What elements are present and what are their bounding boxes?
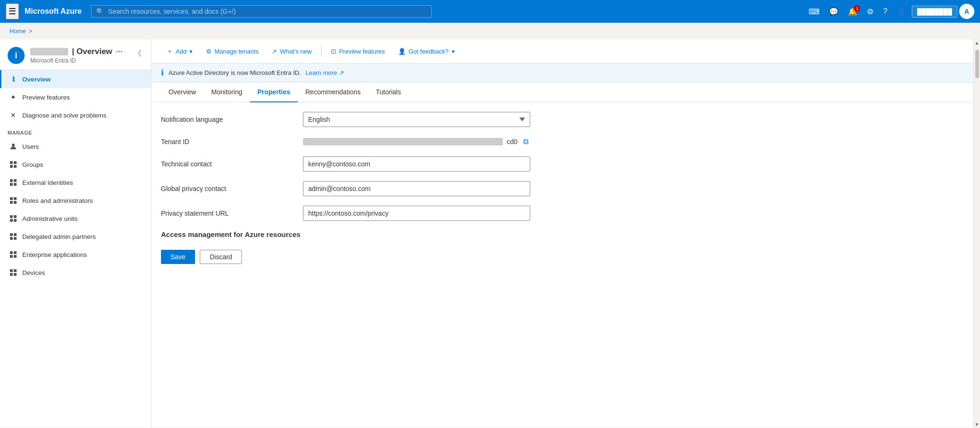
search-bar[interactable]: 🔍 xyxy=(91,5,432,18)
manage-tenants-icon: ⚙ xyxy=(206,48,212,55)
add-button[interactable]: ＋ Add ▾ xyxy=(161,44,198,58)
feedback-button[interactable]: 💬 xyxy=(825,4,842,19)
tab-properties[interactable]: Properties xyxy=(250,82,298,102)
sidebar-item-enterprise-apps[interactable]: Enterprise applications xyxy=(0,246,151,264)
search-icon: 🔍 xyxy=(96,8,104,15)
sidebar-item-roles-administrators[interactable]: Roles and administrators xyxy=(0,191,151,209)
devices-icon xyxy=(9,268,18,277)
directory-button[interactable]: 👤 xyxy=(893,4,910,19)
notification-language-select[interactable]: English xyxy=(303,112,530,127)
main-layout: i | Overview ··· Microsoft Entra ID 《 ℹ … xyxy=(0,39,980,428)
diagnose-icon: ✕ xyxy=(9,111,18,119)
resource-name-blurred xyxy=(30,48,68,55)
hamburger-menu-button[interactable]: ☰ xyxy=(6,3,19,19)
right-scrollbar[interactable]: ▲ ▼ xyxy=(973,39,980,428)
copy-tenant-id-button[interactable]: ⧉ xyxy=(521,137,530,147)
svg-rect-16 xyxy=(14,219,17,222)
sidebar-item-groups[interactable]: Groups xyxy=(0,155,151,173)
sidebar-item-delegated-admin[interactable]: Delegated admin partners xyxy=(0,228,151,246)
svg-point-0 xyxy=(12,144,15,146)
tenant-id-blurred xyxy=(303,138,503,146)
sidebar-collapse-button[interactable]: 《 xyxy=(132,47,143,61)
svg-rect-26 xyxy=(14,269,17,272)
discard-button[interactable]: Discard xyxy=(200,250,242,264)
svg-rect-14 xyxy=(14,215,17,218)
privacy-statement-url-control xyxy=(303,206,530,221)
scroll-thumb[interactable] xyxy=(975,50,979,78)
sidebar-item-diagnose[interactable]: ✕ Diagnose and solve problems xyxy=(0,106,151,124)
external-identities-icon xyxy=(9,178,18,187)
save-button[interactable]: Save xyxy=(161,250,195,264)
svg-rect-23 xyxy=(10,255,13,258)
svg-rect-24 xyxy=(14,255,17,258)
resource-name: | Overview ··· xyxy=(30,47,126,56)
avatar[interactable]: A xyxy=(959,4,974,19)
sidebar-item-preview-features[interactable]: ✦ Preview features xyxy=(0,88,151,106)
sidebar: i | Overview ··· Microsoft Entra ID 《 ℹ … xyxy=(0,39,151,428)
feedback-chevron-icon: ▾ xyxy=(452,48,455,55)
global-privacy-contact-row: Global privacy contact xyxy=(161,181,964,196)
tabs: Overview Monitoring Properties Recommend… xyxy=(151,82,973,102)
top-navigation: ☰ Microsoft Azure 🔍 ⌨ 💬 🔔 1 ⚙ ? 👤 ██████… xyxy=(0,0,980,23)
sidebar-header: i | Overview ··· Microsoft Entra ID 《 xyxy=(0,39,151,70)
notification-badge: 1 xyxy=(854,5,860,12)
sidebar-nav: ℹ Overview ✦ Preview features ✕ Diagnose… xyxy=(0,70,151,428)
breadcrumb-home[interactable]: Home xyxy=(9,27,26,35)
scroll-down-arrow[interactable]: ▼ xyxy=(974,421,980,428)
global-privacy-contact-control xyxy=(303,181,530,196)
content-area: ＋ Add ▾ ⚙ Manage tenants ↗ What's new ⊡ … xyxy=(151,39,973,428)
breadcrumb: Home > xyxy=(0,23,980,39)
sidebar-item-overview-label: Overview xyxy=(22,76,51,83)
resource-menu-ellipsis[interactable]: ··· xyxy=(116,47,123,56)
toolbar: ＋ Add ▾ ⚙ Manage tenants ↗ What's new ⊡ … xyxy=(151,39,973,64)
help-button[interactable]: ? xyxy=(879,4,891,18)
sidebar-item-external-identities[interactable]: External Identities xyxy=(0,173,151,191)
sidebar-item-enterprise-apps-label: Enterprise applications xyxy=(22,251,87,258)
resource-title-area: | Overview ··· Microsoft Entra ID xyxy=(30,47,126,64)
resource-info-icon: i xyxy=(8,47,25,64)
sidebar-item-diagnose-label: Diagnose and solve problems xyxy=(22,112,107,119)
got-feedback-button[interactable]: 👤 Got feedback? ▾ xyxy=(392,45,461,58)
learn-more-link[interactable]: Learn more ↗ xyxy=(306,69,344,76)
manage-tenants-button[interactable]: ⚙ Manage tenants xyxy=(200,45,264,58)
users-icon xyxy=(9,142,18,151)
technical-contact-input[interactable] xyxy=(303,156,530,172)
search-input[interactable] xyxy=(108,8,427,15)
tab-monitoring[interactable]: Monitoring xyxy=(204,82,249,102)
svg-rect-7 xyxy=(10,183,13,186)
svg-rect-8 xyxy=(14,183,17,186)
resource-name-suffix: | Overview xyxy=(72,47,112,56)
sidebar-item-devices[interactable]: Devices xyxy=(0,264,151,282)
svg-rect-17 xyxy=(10,233,13,236)
svg-rect-4 xyxy=(14,165,17,168)
sidebar-item-admin-units-label: Administrative units xyxy=(22,215,78,222)
privacy-statement-url-row: Privacy statement URL xyxy=(161,206,964,221)
svg-rect-22 xyxy=(14,251,17,254)
settings-button[interactable]: ⚙ xyxy=(863,4,877,19)
whats-new-icon: ↗ xyxy=(272,48,277,55)
manage-section-label: Manage xyxy=(0,124,151,137)
notifications-button[interactable]: 🔔 1 xyxy=(844,4,861,19)
sidebar-item-users[interactable]: Users xyxy=(0,137,151,155)
whats-new-button[interactable]: ↗ What's new xyxy=(266,45,317,58)
tab-tutorials[interactable]: Tutorials xyxy=(368,82,409,102)
user-account-button[interactable]: ████████ xyxy=(912,6,957,18)
sidebar-item-administrative-units[interactable]: Administrative units xyxy=(0,209,151,228)
cloud-shell-button[interactable]: ⌨ xyxy=(805,4,823,19)
privacy-statement-url-input[interactable] xyxy=(303,206,530,221)
preview-features-button[interactable]: ⊡ Preview features xyxy=(325,45,391,58)
svg-rect-10 xyxy=(14,197,17,200)
scroll-up-arrow[interactable]: ▲ xyxy=(974,39,980,46)
delegated-admin-icon xyxy=(9,232,18,241)
sidebar-item-delegated-label: Delegated admin partners xyxy=(22,233,96,240)
preview-features-icon: ✦ xyxy=(9,93,18,101)
tab-recommendations[interactable]: Recommendations xyxy=(298,82,368,102)
svg-rect-27 xyxy=(10,273,13,276)
svg-rect-28 xyxy=(14,273,17,276)
form-content: Notification language English Tenant ID … xyxy=(151,102,973,428)
global-privacy-contact-input[interactable] xyxy=(303,181,530,196)
svg-rect-12 xyxy=(14,201,17,204)
sidebar-item-overview[interactable]: ℹ Overview xyxy=(0,70,151,88)
sidebar-item-preview-features-label: Preview features xyxy=(22,94,70,101)
tab-overview[interactable]: Overview xyxy=(161,82,204,102)
